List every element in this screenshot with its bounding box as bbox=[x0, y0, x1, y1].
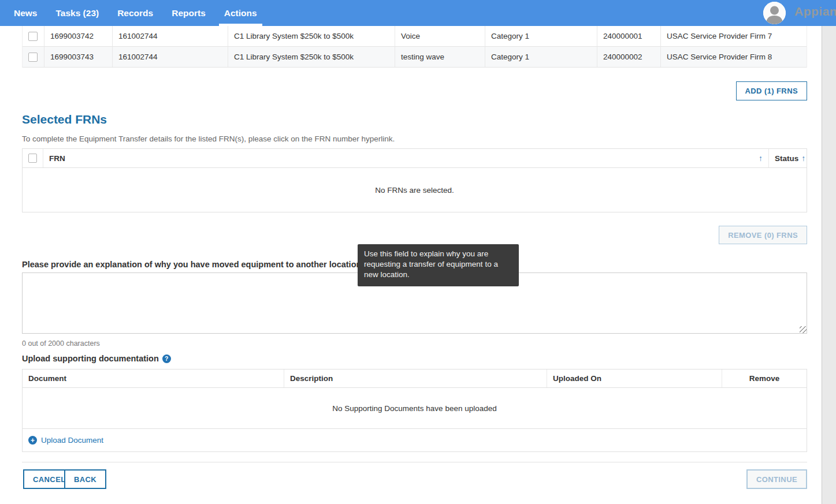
add-icon: + bbox=[28, 436, 37, 445]
documents-table: Document Description Uploaded On Remove … bbox=[22, 369, 807, 452]
nav-item-actions[interactable]: Actions bbox=[224, 0, 257, 26]
spin-cell: 240000002 bbox=[597, 47, 660, 67]
upload-documentation-label: Upload supporting documentation ? bbox=[22, 354, 171, 363]
uploaded-on-column-header: Uploaded On bbox=[547, 369, 722, 387]
frn-search-results-table: 1699003742 161002744 C1 Library System $… bbox=[22, 26, 807, 68]
spin-cell: 240000001 bbox=[597, 26, 660, 46]
selected-frns-heading: Selected FRNs bbox=[22, 113, 107, 126]
upload-document-link[interactable]: + Upload Document bbox=[28, 436, 103, 445]
character-counter: 0 out of 2000 characters bbox=[22, 339, 100, 348]
table-row: 1699003742 161002744 C1 Library System $… bbox=[23, 26, 807, 47]
status-column-header[interactable]: Status bbox=[775, 154, 798, 163]
selected-frns-table-header: FRN ↑ Status ↑ bbox=[23, 149, 807, 168]
selected-frns-instruction: To complete the Equipment Transfer detai… bbox=[22, 135, 395, 143]
user-icon bbox=[763, 2, 786, 24]
table-row: 1699003743 161002744 C1 Library System $… bbox=[23, 47, 807, 68]
frn-cell: 1699003743 bbox=[44, 47, 112, 67]
user-avatar[interactable] bbox=[763, 2, 786, 24]
add-frns-button[interactable]: ADD (1) FRNS bbox=[736, 81, 807, 100]
category-cell: Category 1 bbox=[485, 47, 597, 67]
textarea-resize-handle[interactable] bbox=[800, 326, 807, 333]
category-cell: Category 1 bbox=[485, 26, 597, 46]
sort-asc-icon[interactable]: ↑ bbox=[759, 154, 763, 163]
scrollbar-track[interactable] bbox=[822, 26, 836, 504]
service-type-cell: testing wave bbox=[395, 47, 485, 67]
explanation-label-text: Please provide an explanation of why you… bbox=[22, 260, 363, 269]
help-icon[interactable]: ? bbox=[162, 354, 171, 363]
top-navigation: News Tasks (23) Records Reports Actions … bbox=[0, 0, 836, 26]
frn-column-header[interactable]: FRN bbox=[49, 154, 65, 163]
selected-frns-table: FRN ↑ Status ↑ No FRNs are selected. bbox=[22, 148, 807, 212]
document-column-header: Document bbox=[23, 369, 284, 387]
application-number-cell: 161002744 bbox=[112, 26, 228, 46]
service-type-cell: Voice bbox=[395, 26, 485, 46]
page: News Tasks (23) Records Reports Actions … bbox=[0, 0, 836, 504]
upload-label-text: Upload supporting documentation bbox=[22, 354, 159, 363]
appian-logo: Appian bbox=[794, 5, 836, 18]
nav-item-tasks[interactable]: Tasks (23) bbox=[56, 0, 99, 26]
footer-divider bbox=[22, 462, 807, 462]
nickname-cell: C1 Library System $250k to $500k bbox=[228, 47, 395, 67]
remove-frns-button[interactable]: REMOVE (0) FRNS bbox=[719, 226, 807, 244]
nav-item-records[interactable]: Records bbox=[117, 0, 153, 26]
continue-button[interactable]: CONTINUE bbox=[746, 469, 807, 489]
service-provider-cell: USAC Service Provider Firm 8 bbox=[660, 47, 807, 67]
documents-empty-message: No Supporting Documents have been upload… bbox=[23, 388, 807, 428]
explanation-field-label: Please provide an explanation of why you… bbox=[22, 260, 376, 269]
application-number-cell: 161002744 bbox=[112, 47, 228, 67]
description-column-header: Description bbox=[284, 369, 547, 387]
remove-column-header: Remove bbox=[722, 369, 807, 387]
nav-item-reports[interactable]: Reports bbox=[172, 0, 206, 26]
upload-document-link-label: Upload Document bbox=[41, 436, 103, 445]
selected-frns-empty-message: No FRNs are selected. bbox=[23, 168, 807, 212]
row-checkbox[interactable] bbox=[28, 53, 38, 62]
service-provider-cell: USAC Service Provider Firm 7 bbox=[660, 26, 807, 46]
nickname-cell: C1 Library System $250k to $500k bbox=[228, 26, 395, 46]
frn-cell: 1699003742 bbox=[44, 26, 112, 46]
documents-table-header: Document Description Uploaded On Remove bbox=[23, 369, 807, 388]
nav-item-news[interactable]: News bbox=[14, 0, 38, 26]
back-button[interactable]: BACK bbox=[64, 469, 106, 489]
sort-asc-icon[interactable]: ↑ bbox=[801, 154, 805, 163]
select-all-checkbox[interactable] bbox=[28, 154, 37, 163]
help-tooltip: Use this field to explain why you are re… bbox=[358, 244, 519, 286]
upload-document-row: + Upload Document bbox=[23, 428, 807, 451]
row-checkbox[interactable] bbox=[28, 32, 38, 41]
